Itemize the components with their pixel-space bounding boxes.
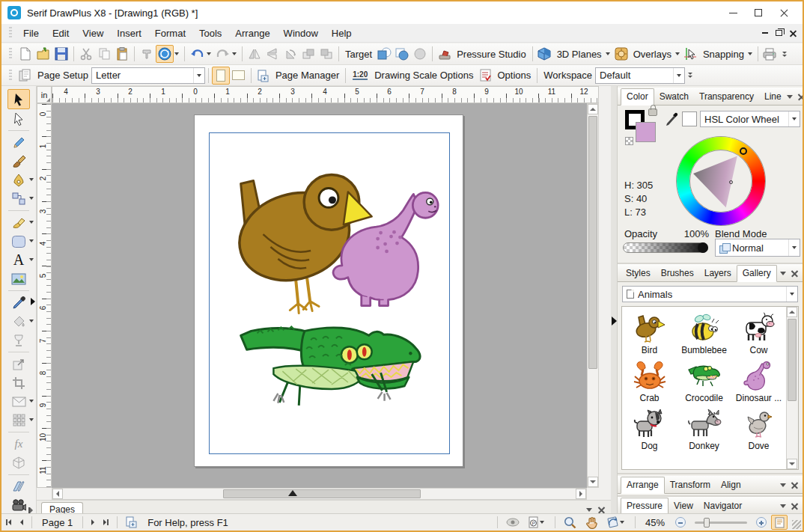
gallery-item-bird[interactable]: Bird <box>622 308 677 356</box>
drawing-scale-button[interactable]: 1:20 <box>349 67 371 85</box>
tab-pressure[interactable]: Pressure <box>621 498 669 515</box>
pen-tool-dropdown[interactable] <box>29 178 34 181</box>
vertical-scrollbar[interactable] <box>587 103 599 488</box>
text-tool-dropdown[interactable] <box>29 258 34 261</box>
redo-dropdown[interactable] <box>232 52 237 55</box>
opacity-slider[interactable] <box>623 242 708 253</box>
pages-close-icon[interactable] <box>598 507 605 513</box>
panel-splitter[interactable] <box>611 86 617 516</box>
crop-tool[interactable] <box>7 373 30 392</box>
new-document-button[interactable] <box>16 45 34 63</box>
doc-restore-icon[interactable] <box>776 30 782 36</box>
scroll-right-button[interactable] <box>576 489 586 499</box>
pressure-studio-label[interactable]: Pressure Studio <box>454 49 529 60</box>
maximize-button[interactable] <box>746 4 771 22</box>
gallery-item-crab[interactable]: Crab <box>622 356 677 404</box>
menu-view[interactable]: View <box>76 25 110 41</box>
fill-color-swatch[interactable] <box>636 122 656 142</box>
color-picker-tool[interactable] <box>7 293 30 312</box>
undo-dropdown[interactable] <box>207 52 211 55</box>
3d-tool[interactable] <box>7 453 30 472</box>
text-tool[interactable]: A <box>7 251 30 269</box>
gallery-item-crocodile[interactable]: Crocodile <box>677 356 731 404</box>
paste-button[interactable] <box>113 45 131 63</box>
gallery-scroll-thumb[interactable] <box>788 319 797 401</box>
fill-brush-tool[interactable] <box>7 213 30 232</box>
toolbar-overflow-button[interactable] <box>688 73 692 78</box>
zoom-tool-button[interactable] <box>559 515 581 530</box>
tab-line[interactable]: Line <box>759 89 787 105</box>
keyframe-camera-tool[interactable] <box>7 496 30 515</box>
fill-tool-dropdown[interactable] <box>29 319 34 322</box>
overlays-dropdown[interactable] <box>675 52 680 55</box>
opacity-slider-knob[interactable] <box>698 242 708 253</box>
doc-close-icon[interactable] <box>790 30 797 37</box>
tab-arrange[interactable]: Arrange <box>621 477 665 494</box>
pan-view-dropdown[interactable] <box>174 52 179 55</box>
hsl-color-wheel[interactable] <box>677 137 765 225</box>
node-tool[interactable] <box>7 109 30 128</box>
tab-brushes[interactable]: Brushes <box>656 266 699 281</box>
preview-page-dropdown[interactable] <box>540 521 544 524</box>
drawing-scale-label[interactable]: Drawing Scale Options <box>371 70 476 81</box>
rotate-button[interactable] <box>281 45 299 63</box>
page-manager-status-button[interactable] <box>121 515 141 530</box>
toolbar-expander-arrow[interactable] <box>31 298 35 305</box>
ruler-units-box[interactable]: in <box>37 86 52 103</box>
shape-tool[interactable] <box>7 232 30 251</box>
zoom-slider-knob[interactable] <box>704 518 710 528</box>
page-manager-button[interactable] <box>255 67 272 85</box>
pan-tool-button[interactable] <box>581 515 602 530</box>
overlays-label[interactable]: Overlays <box>630 49 674 60</box>
tab-swatch[interactable]: Swatch <box>654 89 694 105</box>
gallery-item-cow[interactable]: Cow <box>731 308 786 356</box>
table-tool-dropdown[interactable] <box>29 418 34 421</box>
fill-brush-dropdown[interactable] <box>29 221 34 224</box>
connector-tool-dropdown[interactable] <box>29 197 34 200</box>
fill-line-swatches[interactable] <box>625 110 661 146</box>
menu-insert[interactable]: Insert <box>110 25 148 41</box>
menu-window[interactable]: Window <box>277 25 325 41</box>
page[interactable] <box>194 114 463 467</box>
close-button[interactable] <box>771 4 797 22</box>
hscroll-thumb[interactable] <box>223 489 421 498</box>
bring-forward-button[interactable] <box>299 45 317 63</box>
color-picker-icon[interactable] <box>664 111 679 127</box>
envelope-tool-dropdown[interactable] <box>29 400 34 403</box>
rotate-canvas-dropdown[interactable] <box>620 521 624 524</box>
format-painter-button[interactable] <box>138 45 156 63</box>
zoom-percentage[interactable]: 45% <box>639 517 671 528</box>
vertical-ruler[interactable]: 01 23 45 67 89 1011 <box>37 103 52 488</box>
save-button[interactable] <box>52 45 70 63</box>
tab-transform[interactable]: Transform <box>665 477 716 493</box>
options-label[interactable]: Options <box>494 70 534 81</box>
open-button[interactable] <box>34 45 52 63</box>
image-tool[interactable] <box>7 269 30 288</box>
send-backward-button[interactable] <box>317 45 335 63</box>
pressure-studio-button[interactable] <box>436 45 454 63</box>
flip-horizontal-button[interactable] <box>246 45 264 63</box>
gallery-scroll-down[interactable] <box>787 459 797 469</box>
options-button[interactable] <box>476 67 494 85</box>
3d-planes-button[interactable] <box>536 45 554 63</box>
color-panel-close-icon[interactable] <box>798 94 804 100</box>
menu-edit[interactable]: Edit <box>46 25 76 41</box>
last-page-button[interactable] <box>99 515 113 530</box>
blend-mode-select[interactable]: Normal <box>715 239 800 257</box>
transparency-tool[interactable] <box>7 331 30 349</box>
undo-button[interactable] <box>188 45 206 63</box>
pages-menu-caret-icon[interactable] <box>586 508 592 512</box>
gallery-item-dog[interactable]: Dog <box>622 404 677 452</box>
gallery-item-donkey[interactable]: Donkey <box>677 404 731 452</box>
flip-vertical-button[interactable] <box>264 45 281 63</box>
menu-arrange[interactable]: Arrange <box>228 25 276 41</box>
page-setup-label[interactable]: Page Setup <box>34 70 91 81</box>
tools-overflow-button[interactable] <box>28 507 33 513</box>
tab-color[interactable]: Color <box>621 88 654 106</box>
minimize-button[interactable] <box>720 4 746 22</box>
landscape-button[interactable] <box>230 67 248 85</box>
next-page-button[interactable] <box>87 515 99 530</box>
tab-navigator[interactable]: Navigator <box>698 498 747 514</box>
tab-gallery[interactable]: Gallery <box>737 265 777 282</box>
canvas[interactable] <box>52 103 587 488</box>
